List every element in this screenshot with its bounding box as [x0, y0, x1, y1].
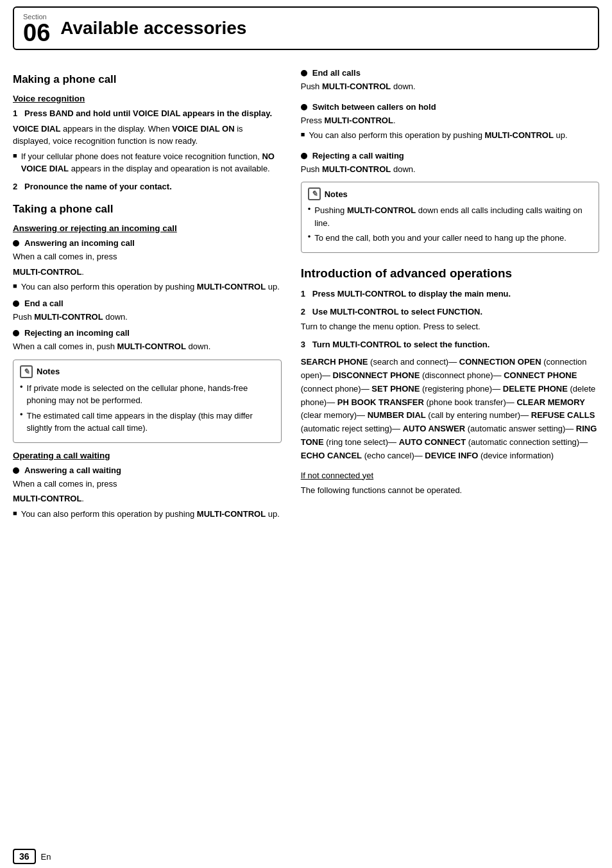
step1-note-text: If your cellular phone does not feature …: [21, 150, 282, 175]
rejecting-bullet: Rejecting an incoming call: [13, 328, 282, 338]
main-content: Making a phone call Voice recognition 1 …: [0, 63, 612, 522]
switch-note-text: You can also perform this operation by p…: [309, 129, 567, 142]
switch-note: ■ You can also perform this operation by…: [301, 129, 599, 142]
answering-note-text: You can also perform this operation by p…: [21, 281, 280, 293]
notes-icon: ✎: [20, 365, 33, 378]
notes-icon-2: ✎: [308, 187, 321, 200]
rejecting-label: Rejecting an incoming call: [24, 328, 130, 338]
step1-body1: VOICE DIAL appears in the display. When …: [13, 123, 282, 148]
func-echo-cancel: ECHO CANCEL (echo cancel)—: [301, 451, 425, 460]
answering-body1: When a call comes in, press: [13, 250, 282, 263]
intro-step3: 3 Turn MULTI-CONTROL to select the funct…: [301, 338, 599, 351]
notes-header-2: ✎ Notes: [308, 187, 592, 200]
making-heading: Making a phone call: [13, 73, 282, 86]
intro-step3-label: 3 Turn MULTI-CONTROL to select the funct…: [301, 338, 599, 351]
note1: • If private mode is selected on the cel…: [20, 382, 275, 407]
bullet-dot-icon: [301, 104, 307, 110]
note-bullet-icon: •: [20, 382, 23, 392]
notes-header: ✎ Notes: [20, 365, 275, 378]
note2-2: • To end the call, both you and your cal…: [308, 232, 592, 245]
page-number: 36: [13, 849, 36, 864]
note2: • The estimated call time appears in the…: [20, 410, 275, 435]
rejecting-body: When a call comes in, push MULTI-CONTROL…: [13, 340, 282, 353]
end-all-bullet: End all calls: [301, 68, 599, 78]
func-disconnect-phone: DISCONNECT PHONE (disconnect phone)—: [333, 370, 504, 380]
answering-waiting-note-text: You can also perform this operation by p…: [21, 508, 280, 521]
switch-body1: Press MULTI-CONTROL.: [301, 114, 599, 127]
notes-box: ✎ Notes • If private mode is selected on…: [13, 360, 282, 443]
bullet-dot-icon: [13, 240, 19, 247]
section-header: Section 06 Available accessories: [13, 6, 599, 50]
answering-rejecting-heading: Answering or rejecting an incoming call: [13, 223, 282, 233]
step2-label: 2 Pronounce the name of your contact.: [13, 180, 282, 193]
intro-step2: 2 Use MULTI-CONTROL to select FUNCTION. …: [301, 306, 599, 333]
answering-body2: MULTI-CONTROL.: [13, 266, 282, 279]
answering-waiting-note: ■ You can also perform this operation by…: [13, 508, 282, 521]
bullet-dot-icon: [301, 70, 307, 76]
notes-label-2: Notes: [325, 189, 348, 199]
voice-recognition-heading: Voice recognition: [13, 94, 282, 103]
square-bullet-icon: ■: [13, 152, 17, 159]
step1: 1 Press BAND and hold until VOICE DIAL a…: [13, 107, 282, 175]
step1-note: ■ If your cellular phone does not featur…: [13, 150, 282, 175]
right-column: End all calls Push MULTI-CONTROL down. S…: [294, 63, 599, 522]
func-number-dial: NUMBER DIAL (call by entering number)—: [368, 410, 531, 420]
end-call-bullet: End a call: [13, 299, 282, 308]
func-device-info: DEVICE INFO (device information): [425, 451, 554, 460]
answering-waiting-label: Answering a call waiting: [24, 465, 121, 475]
left-column: Making a phone call Voice recognition 1 …: [13, 63, 294, 522]
func-auto-answer: AUTO ANSWER (automatic answer setting)—: [403, 424, 576, 433]
answering-waiting-bullet: Answering a call waiting: [13, 465, 282, 475]
note2-1: • Pushing MULTI-CONTROL down ends all ca…: [308, 204, 592, 229]
answering-note: ■ You can also perform this operation by…: [13, 281, 282, 293]
page: Section 06 Available accessories Making …: [0, 6, 612, 868]
intro-step2-label: 2 Use MULTI-CONTROL to select FUNCTION.: [301, 306, 599, 318]
notes-box-2: ✎ Notes • Pushing MULTI-CONTROL down end…: [301, 182, 599, 253]
intro-step1: 1 Press MULTI-CONTROL to display the mai…: [301, 288, 599, 300]
bullet-dot-icon: [301, 153, 307, 159]
sq-bullet-icon: ■: [13, 509, 17, 517]
bullet-dot-icon: [13, 300, 19, 307]
taking-heading: Taking a phone call: [13, 203, 282, 216]
bullet-dot-icon: [13, 467, 19, 474]
answering-label: Answering an incoming call: [24, 238, 135, 248]
answering-waiting-body1: When a call comes in, press: [13, 478, 282, 490]
func-auto-connect: AUTO CONNECT (automatic connection setti…: [399, 437, 588, 447]
step1-label: 1 Press BAND and hold until VOICE DIAL a…: [13, 107, 282, 120]
footer-lang: En: [41, 852, 51, 862]
note-bullet-icon: •: [20, 410, 23, 419]
rejecting-waiting-body: Push MULTI-CONTROL down.: [301, 163, 599, 176]
end-all-body: Push MULTI-CONTROL down.: [301, 80, 599, 93]
if-not-connected-section: If not connected yet The following funct…: [301, 469, 599, 497]
sq-bullet-icon: ■: [301, 130, 305, 138]
switch-bullet: Switch between callers on hold: [301, 102, 599, 112]
intro-step2-body: Turn to change the menu option. Press to…: [301, 320, 599, 333]
answering-waiting-body2: MULTI-CONTROL.: [13, 492, 282, 505]
footer: 36 En: [13, 849, 51, 864]
function-list: SEARCH PHONE (search and connect)— CONNE…: [301, 356, 599, 462]
if-not-connected-label: If not connected yet: [301, 469, 599, 482]
end-call-body: Push MULTI-CONTROL down.: [13, 311, 282, 324]
func-set-phone: SET PHONE (registering phone)—: [371, 384, 502, 394]
note2-1-text: Pushing MULTI-CONTROL down ends all call…: [314, 204, 592, 229]
step2: 2 Pronounce the name of your contact.: [13, 180, 282, 193]
section-number: 06: [23, 21, 50, 45]
note-bullet-icon: •: [308, 232, 311, 241]
note1-text: If private mode is selected on the cellu…: [27, 382, 275, 407]
operating-heading: Operating a call waiting: [13, 451, 282, 460]
bullet-dot-icon: [13, 330, 19, 336]
note-bullet-icon: •: [308, 204, 311, 214]
intro-heading: Introduction of advanced operations: [301, 266, 599, 282]
end-all-label: End all calls: [312, 68, 361, 78]
func-search-phone: SEARCH PHONE (search and connect)—: [301, 357, 459, 367]
note2-text: The estimated call time appears in the d…: [27, 410, 275, 435]
section-title: Available accessories: [60, 18, 246, 39]
end-call-label: End a call: [24, 299, 64, 308]
if-not-connected-body: The following functions cannot be operat…: [301, 484, 599, 497]
sq-bullet-icon: ■: [13, 282, 17, 290]
intro-step1-label: 1 Press MULTI-CONTROL to display the mai…: [301, 288, 599, 300]
rejecting-waiting-label: Rejecting a call waiting: [312, 151, 404, 161]
rejecting-waiting-bullet: Rejecting a call waiting: [301, 151, 599, 161]
notes-label: Notes: [37, 367, 60, 376]
func-ph-book: PH BOOK TRANSFER (phone book transfer)—: [337, 397, 517, 407]
